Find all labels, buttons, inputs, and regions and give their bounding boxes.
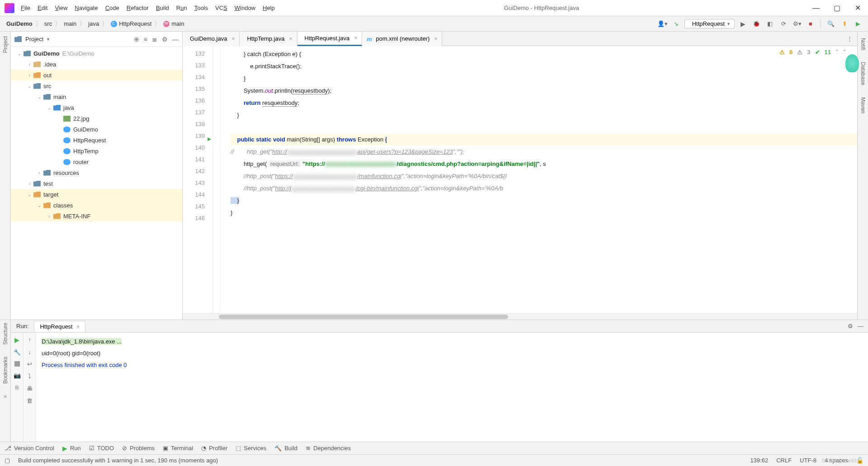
build-hammer-icon[interactable]: ↘ — [671, 19, 682, 29]
menu-build[interactable]: Build — [153, 3, 172, 13]
menu-vcs[interactable]: VCS — [212, 3, 230, 13]
debug-button[interactable]: 🐞 — [751, 19, 762, 29]
close-icon[interactable]: × — [354, 35, 357, 41]
menu-window[interactable]: Window — [232, 3, 258, 13]
print-icon[interactable]: 🖶 — [27, 385, 33, 392]
settings-icon[interactable]: ⚙ — [162, 36, 168, 43]
tool-notifications[interactable]: Notifi — [860, 35, 866, 53]
line-separator[interactable]: CRLF — [776, 457, 792, 464]
tree-row[interactable]: ›resources — [11, 167, 182, 178]
expand-icon[interactable]: ≡ — [144, 36, 147, 43]
menu-refactor[interactable]: Refactor — [124, 3, 151, 13]
code-text[interactable]: } catch (Exception e) { e.printStackTrac… — [221, 46, 857, 313]
gear-icon[interactable]: ⚙ — [848, 323, 853, 329]
tool-maven[interactable]: Maven — [860, 94, 866, 116]
tree-row[interactable]: HttpTemp — [11, 146, 182, 156]
tree-row[interactable]: ›META-INF — [11, 211, 182, 221]
caret-position[interactable]: 139:62 — [750, 457, 768, 464]
tree-row[interactable]: ⌄GuiDemoE:\GuiDemo — [11, 48, 182, 59]
menu-tools[interactable]: Tools — [192, 3, 211, 13]
tool-database[interactable]: Database — [860, 59, 866, 88]
menu-edit[interactable]: Edit — [35, 3, 50, 13]
tree-row[interactable]: ›out — [11, 70, 182, 80]
menu-view[interactable]: View — [52, 3, 70, 13]
editor-tab[interactable]: mpom.xml (newrouter)× — [362, 32, 442, 46]
scrollbar-thumb[interactable] — [219, 315, 508, 319]
tree-row[interactable]: ⌄src — [11, 80, 182, 91]
stop-icon[interactable] — [14, 361, 20, 367]
locate-icon[interactable]: ⊕ — [134, 36, 139, 43]
scroll-icon[interactable]: ⤵ — [28, 373, 31, 380]
run-button[interactable]: ▶ — [737, 19, 748, 29]
fold-column[interactable] — [213, 46, 221, 313]
ide-button[interactable]: ▶ — [853, 19, 863, 29]
project-tree[interactable]: ⌄GuiDemoE:\GuiDemo›.idea›out⌄src⌄main⌄ja… — [11, 47, 182, 320]
chevron-up-icon[interactable]: ˄ — [835, 49, 839, 56]
tool-bookmarks[interactable]: Bookmarks — [2, 354, 9, 386]
menu-run[interactable]: Run — [174, 3, 190, 13]
tree-row[interactable]: ⌄target — [11, 189, 182, 200]
more-icon[interactable]: » — [4, 393, 7, 400]
tool-todo[interactable]: ☑TODO — [89, 445, 114, 452]
tool-structure[interactable]: Structure — [2, 320, 9, 348]
attach-button[interactable]: ⚙▾ — [792, 19, 802, 29]
tool-project[interactable]: Project — [2, 33, 9, 56]
up-icon[interactable]: ↑ — [28, 336, 31, 343]
status-icon[interactable]: ▢ — [5, 457, 10, 464]
close-icon[interactable]: × — [434, 36, 437, 42]
tree-row[interactable]: ⌄main — [11, 91, 182, 102]
gutter[interactable]: 132133134135136137138139▶140141142143144… — [183, 46, 213, 313]
user-icon[interactable]: 👤▾ — [657, 19, 668, 29]
crumb-method[interactable]: main — [163, 20, 184, 27]
inspection-widget[interactable]: ⚠8 ⚠3 ✔11 ˄ ˅ — [779, 49, 846, 56]
tree-row[interactable]: ⌄java — [11, 102, 182, 113]
coverage-button[interactable]: ◧ — [764, 19, 775, 29]
profile-button[interactable]: ⟳ — [778, 19, 789, 29]
editor-tab[interactable]: HttpTemp.java× — [240, 32, 297, 46]
tool-build[interactable]: 🔨Build — [274, 445, 297, 452]
menu-code[interactable]: Code — [103, 3, 122, 13]
hide-icon[interactable]: — — [172, 36, 179, 43]
tool-problems[interactable]: ⊘Problems — [122, 445, 155, 452]
update-button[interactable]: ⬆ — [839, 19, 850, 29]
rerun-icon[interactable]: ▶ — [14, 336, 19, 344]
menu-navigate[interactable]: Navigate — [72, 3, 100, 13]
trash-icon[interactable]: 🗑 — [27, 397, 33, 404]
tool-terminal[interactable]: ▣Terminal — [163, 445, 193, 452]
tree-row[interactable]: ›test — [11, 178, 182, 189]
maximize-button[interactable]: ▢ — [826, 0, 847, 16]
tree-row[interactable]: ⌄classes — [11, 200, 182, 211]
menu-help[interactable]: Help — [260, 3, 278, 13]
tree-row[interactable]: GuiDemo — [11, 124, 182, 135]
tool-profiler[interactable]: ◔Profiler — [201, 445, 227, 452]
close-window-button[interactable]: ✕ — [847, 0, 868, 16]
chevron-down-icon[interactable]: ˅ — [843, 49, 846, 56]
chevron-down-icon[interactable]: ▾ — [47, 37, 49, 42]
crumb-src[interactable]: src — [44, 20, 52, 27]
close-icon[interactable]: × — [289, 36, 292, 42]
crumb-class[interactable]: HttpRequest — [111, 20, 151, 27]
crumb-java[interactable]: java — [88, 20, 99, 27]
editor-tab[interactable]: GuiDemo.java× — [183, 32, 240, 46]
tool-services[interactable]: ⬚Services — [236, 445, 266, 452]
close-icon[interactable]: × — [231, 36, 235, 42]
editor-tab[interactable]: HttpRequest.java× — [297, 32, 363, 46]
camera-icon[interactable]: 📷 — [14, 372, 21, 379]
tree-row[interactable]: HttpRequest — [11, 135, 182, 146]
tree-row[interactable]: router — [11, 156, 182, 167]
horizontal-scrollbar[interactable] — [183, 313, 857, 320]
collapse-icon[interactable]: ≣ — [152, 36, 157, 43]
tool-dependencies[interactable]: ≋Dependencies — [306, 445, 351, 452]
minimize-button[interactable]: — — [806, 0, 826, 16]
tree-row[interactable]: ›.idea — [11, 59, 182, 70]
console-output[interactable]: D:\Java\jdk_1.8\bin\java.exe ... uid=0(r… — [36, 333, 868, 442]
menu-file[interactable]: File — [18, 3, 33, 13]
editor-tabs-menu-icon[interactable]: ⋮ — [842, 35, 857, 42]
run-config-selector[interactable]: HttpRequest ▾ — [684, 19, 735, 28]
run-gutter-icon[interactable]: ▶ — [208, 133, 211, 145]
crumb-project[interactable]: GuiDemo — [6, 20, 33, 27]
tool-run[interactable]: ▶Run — [62, 445, 81, 452]
wrench-icon[interactable]: 🔧 — [14, 349, 21, 356]
search-button[interactable]: 🔍 — [826, 19, 836, 29]
file-encoding[interactable]: UTF-8 — [800, 457, 816, 464]
